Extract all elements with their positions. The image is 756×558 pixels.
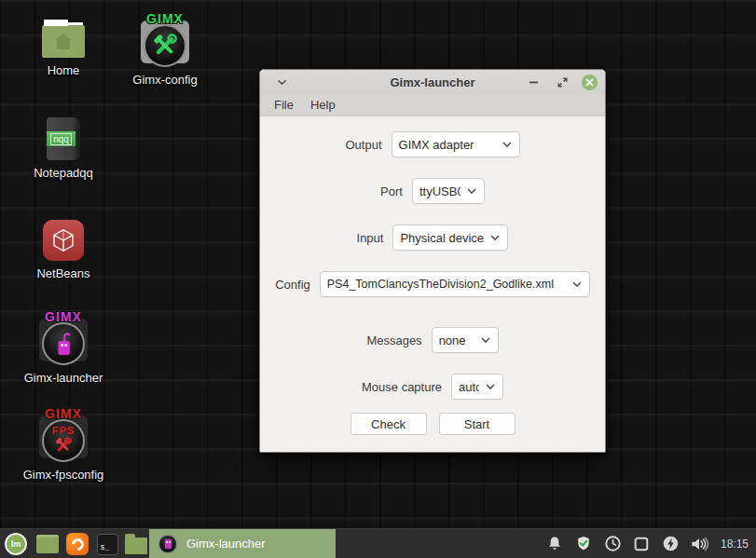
mouse-capture-dropdown[interactable]: auto [451,374,503,400]
chevron-down-icon [496,141,513,148]
desktop-icon-label: Notepadqq [34,166,93,180]
gimx-badge-text: GIMX [146,11,184,26]
desktop-icon-label: Gimx-config [132,73,197,87]
close-button[interactable] [582,75,598,90]
volume-icon[interactable] [690,534,709,553]
button-row: Check Start [351,413,515,435]
gimx-badge-text: GIMX [45,406,82,421]
taskbar-clock[interactable]: 18:15 [719,538,752,551]
dropdown-value: ttyUSB0 [419,184,460,198]
chevron-down-icon [484,234,501,241]
gimx-config-icon [144,24,186,67]
show-desktop-icon [36,535,59,553]
desktop-icon-notepadqq[interactable]: nqq Notepadqq [17,114,110,180]
minimize-button[interactable] [526,74,543,90]
dropdown-value: none [439,333,466,347]
workspace-window-icon[interactable] [632,534,652,553]
port-label: Port [380,184,403,198]
taskbar-task-gimx-launcher[interactable]: Gimx-launcher [149,529,336,558]
field-row-config: Config PS4_TomClancysTheDivision2_Godlik… [275,271,590,297]
netbeans-icon [43,220,84,261]
system-tray: 18:15 [545,529,752,558]
firefox-launcher-button[interactable] [65,532,89,556]
window-body: Output GIMX adapter Port ttyUSB0 Input P… [260,116,605,452]
dropdown-value: auto [459,380,479,394]
power-manager-icon[interactable] [661,534,680,553]
restore-button[interactable] [554,74,570,90]
desktop-icon-label: Home [48,63,80,77]
dropdown-value: PS4_TomClancysTheDivision2_Godlike.xml [327,278,554,291]
mint-logo-icon: lm [5,533,27,555]
desktop-icon-home[interactable]: Home [17,17,110,77]
dropdown-value: Physical devices [400,231,484,245]
gimx-launcher-window: Gimx-launcher File Help Output [259,69,606,453]
window-menu-chevron-icon[interactable] [273,74,290,90]
output-dropdown[interactable]: GIMX adapter [392,131,520,157]
mint-menu-button[interactable]: lm [4,532,28,556]
dropdown-value: GIMX adapter [399,138,474,152]
gimx-fpsconfig-icon: FPS [42,419,85,462]
desktop-icon-gimx-fpsconfig[interactable]: GIMX FPS Gimx-fpsconfig [17,406,110,482]
update-manager-shield-icon[interactable] [574,534,594,553]
mint-logo-text: lm [11,539,21,549]
menu-help[interactable]: Help [304,96,342,114]
input-dropdown[interactable]: Physical devices [392,225,508,251]
config-label: Config [275,278,310,292]
port-dropdown[interactable]: ttyUSB0 [412,178,485,204]
messages-dropdown[interactable]: none [432,327,499,353]
task-label: Gimx-launcher [186,537,266,551]
firefox-icon [66,533,89,555]
input-label: Input [357,231,384,245]
house-glyph-icon [55,34,72,49]
menu-file[interactable]: File [268,96,300,114]
home-folder-icon [42,25,85,58]
field-row-port: Port ttyUSB0 [380,178,485,204]
titlebar[interactable]: Gimx-launcher [260,70,605,94]
clock-applet-icon[interactable] [603,534,623,553]
gimx-launcher-task-icon [158,535,177,553]
desktop-icon-label: NetBeans [36,266,89,280]
check-button[interactable]: Check [351,413,427,435]
gimx-badge-text: GIMX [45,309,82,324]
desktop-icon-label: Gimx-fpsconfig [23,468,104,482]
chevron-down-icon [474,336,491,344]
chevron-down-icon [479,383,496,390]
gimx-launcher-icon [42,322,85,365]
cube-wireframe-icon [49,226,77,254]
output-label: Output [345,138,381,152]
field-row-mouse-capture: Mouse capture auto [362,374,503,400]
crossed-tools-icon [150,31,180,61]
desktop-icon-netbeans[interactable]: NetBeans [17,216,110,280]
crossed-tools-red-icon [52,435,75,456]
terminal-icon: $_ [97,534,118,555]
field-row-input: Input Physical devices [357,225,509,251]
desktop-icon-label: Gimx-launcher [24,371,103,385]
notifications-bell-icon[interactable] [545,534,565,553]
chevron-down-icon [566,280,583,288]
terminal-prompt-text: $_ [101,543,110,551]
desktop-icon-gimx-launcher[interactable]: GIMX Gimx-launcher [17,309,110,385]
notepadqq-icon: nqq [47,117,80,160]
usb-adapter-icon [49,330,77,358]
menubar: File Help [260,94,605,116]
taskbar: lm $_ Gimx-launcher 18:15 [0,528,756,558]
nqq-glyph-text: nqq [50,133,72,145]
field-row-messages: Messages none [366,327,498,353]
start-button[interactable]: Start [439,413,515,435]
folder-icon [125,538,147,554]
show-desktop-button[interactable] [35,532,60,556]
desktop-icon-gimx-config[interactable]: GIMX Gimx-config [118,11,212,87]
terminal-launcher-button[interactable]: $_ [95,532,119,556]
config-dropdown[interactable]: PS4_TomClancysTheDivision2_Godlike.xml [320,271,590,297]
field-row-output: Output GIMX adapter [345,131,519,157]
files-launcher-button[interactable] [124,532,148,556]
fps-glyph-text: FPS [52,426,75,435]
chevron-down-icon [460,187,477,195]
mouse-capture-label: Mouse capture [362,380,442,394]
messages-label: Messages [366,333,421,347]
